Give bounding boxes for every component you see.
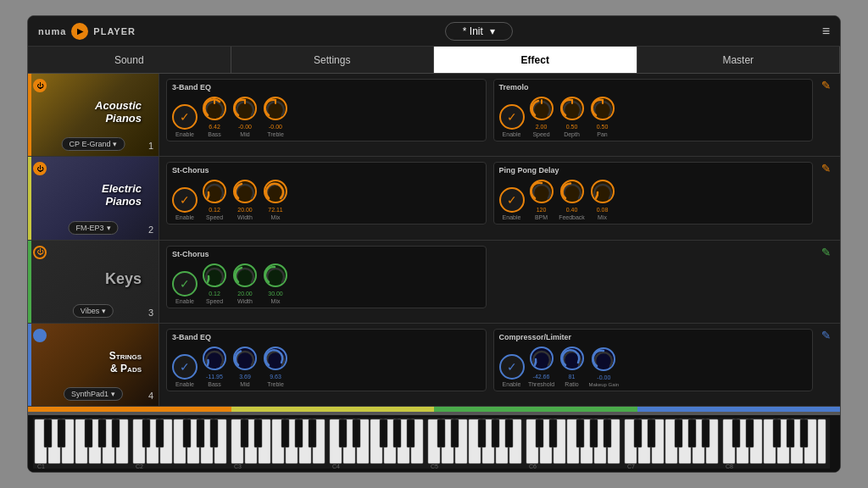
svg-rect-111 xyxy=(536,419,543,447)
knob-group-ratio-4c: 81 Ratio xyxy=(559,345,586,387)
svg-rect-122 xyxy=(746,419,754,447)
nav-tabs: Sound Settings Effect Master xyxy=(28,47,840,74)
knob-bass-4[interactable] xyxy=(201,345,228,372)
knob-treble-4[interactable] xyxy=(262,345,289,372)
slot-indicator-2 xyxy=(28,157,31,239)
svg-rect-86 xyxy=(44,419,52,447)
instrument-preset-1[interactable]: CP E-Grand ▾ xyxy=(62,137,125,151)
instrument-preset-3[interactable]: Vibes ▾ xyxy=(73,304,114,318)
knob-ratio-4c[interactable] xyxy=(559,345,586,372)
power-button-4[interactable]: ⏻ xyxy=(33,329,47,342)
edit-pencil-1[interactable]: ✏ xyxy=(818,77,835,94)
knob-group-treble-1: -0.00 Treble xyxy=(262,95,289,137)
edit-pencil-2[interactable]: ✏ xyxy=(818,160,835,177)
knob-group-enable-2d: ✓ Enable xyxy=(499,187,525,220)
knob-group-enable-2: ✓ Enable xyxy=(172,187,198,220)
knob-bass-1[interactable] xyxy=(201,95,228,122)
knob-mix-2d[interactable] xyxy=(589,178,616,205)
instrument-preset-2[interactable]: FM-EP3 ▾ xyxy=(68,221,118,235)
effect-block-1-eq: 3-Band EQ ✓ Enable xyxy=(166,79,487,141)
svg-rect-116 xyxy=(634,419,642,447)
knob-threshold-4c[interactable] xyxy=(528,345,555,372)
knob-mid-1-label: Mid xyxy=(240,131,249,137)
svg-text:C8: C8 xyxy=(726,463,733,469)
svg-rect-104 xyxy=(393,419,401,447)
knob-makeup-4c[interactable] xyxy=(590,346,617,373)
knob-group-bass-1: 6.42 Bass xyxy=(201,95,228,137)
knob-mix-2[interactable] xyxy=(262,178,289,205)
knob-speed-3[interactable] xyxy=(201,262,228,289)
knob-mix-2d-value: 0.08 xyxy=(597,207,609,213)
preset-selector[interactable]: * Init ▾ xyxy=(445,22,513,41)
enable-button-1[interactable]: ✓ xyxy=(172,104,198,130)
edit-pencil-3[interactable]: ✏ xyxy=(818,244,835,261)
knob-pan-1t[interactable] xyxy=(589,95,616,122)
knob-width-2[interactable] xyxy=(231,178,259,205)
svg-rect-118 xyxy=(675,419,682,447)
effect-row-4: 3-Band EQ ✓ Enable -11.95 xyxy=(159,324,840,406)
svg-rect-112 xyxy=(549,419,557,447)
dropdown-arrow-icon: ▾ xyxy=(490,25,495,37)
enable-button-4c[interactable]: ✓ xyxy=(499,354,525,380)
color-bars-secondary xyxy=(28,412,840,415)
svg-rect-107 xyxy=(451,419,459,447)
instrument-name-2: ElectricPianos xyxy=(102,182,142,208)
enable-button-2d[interactable]: ✓ xyxy=(499,187,525,213)
knob-width-3[interactable] xyxy=(231,262,259,289)
enable-button-4[interactable]: ✓ xyxy=(172,354,198,380)
enable-label-1t: Enable xyxy=(503,131,521,137)
svg-text:C4: C4 xyxy=(332,463,340,469)
tab-master[interactable]: Master xyxy=(637,47,841,73)
effect-title-2-delay: Ping Pong Delay xyxy=(499,166,808,175)
svg-rect-120 xyxy=(702,419,709,447)
svg-rect-91 xyxy=(142,419,150,447)
svg-rect-93 xyxy=(183,419,191,447)
svg-rect-125 xyxy=(800,419,808,447)
enable-button-2[interactable]: ✓ xyxy=(172,187,198,213)
instrument-slot-4[interactable]: ⏻ Strings& Pads SynthPad1 ▾ 4 xyxy=(28,324,159,406)
svg-rect-119 xyxy=(688,419,696,447)
menu-button[interactable]: ≡ xyxy=(822,24,830,39)
knob-bpm-2d[interactable] xyxy=(528,178,555,205)
tab-settings[interactable]: Settings xyxy=(231,47,435,73)
instrument-preset-4[interactable]: SynthPad1 ▾ xyxy=(64,387,123,401)
edit-area-1: ✏ xyxy=(820,79,833,92)
preset-dropdown-icon: ▾ xyxy=(113,140,117,148)
knob-group-feedback-2d: 0.40 Feedback xyxy=(559,178,586,220)
instrument-slot-2[interactable]: ⏻ ElectricPianos FM-EP3 ▾ 2 xyxy=(28,157,159,240)
instrument-slot-1[interactable]: ⏻ AcousticPianos CP E-Grand ▾ 1 xyxy=(28,74,159,157)
power-button-1[interactable]: ⏻ xyxy=(33,79,47,92)
knob-group-enable-4c: ✓ Enable xyxy=(499,354,525,387)
svg-rect-89 xyxy=(98,419,106,447)
enable-button-1t[interactable]: ✓ xyxy=(499,104,525,130)
svg-rect-92 xyxy=(156,419,164,447)
instrument-slot-3[interactable]: ⏻ Keys Vibes ▾ 3 xyxy=(28,241,159,324)
knob-mid-4-value: 3.69 xyxy=(239,374,251,380)
knob-depth-1t[interactable] xyxy=(559,95,586,122)
knob-group-makeup-4c: -0.00 Makeup Gain xyxy=(589,346,620,387)
edit-pencil-4[interactable]: ✏ xyxy=(818,327,835,344)
svg-rect-108 xyxy=(478,419,486,447)
slot-indicator-4 xyxy=(28,324,31,406)
svg-rect-114 xyxy=(590,419,598,447)
enable-button-3[interactable]: ✓ xyxy=(172,271,198,297)
svg-rect-124 xyxy=(787,419,794,447)
tab-sound[interactable]: Sound xyxy=(28,47,231,73)
svg-rect-88 xyxy=(85,419,92,447)
knob-mid-4[interactable] xyxy=(231,345,259,372)
knob-treble-1[interactable] xyxy=(262,95,289,122)
effect-title-3-chorus: St-Chorus xyxy=(172,250,481,258)
color-bar-dark xyxy=(28,412,840,415)
power-button-3[interactable]: ⏻ xyxy=(33,246,47,259)
edit-area-3: ✏ xyxy=(820,246,833,259)
effect-knobs-2-delay: ✓ Enable 120 BPM xyxy=(499,178,808,220)
knob-speed-1t[interactable] xyxy=(528,95,555,122)
svg-text:C2: C2 xyxy=(136,463,143,469)
tab-effect[interactable]: Effect xyxy=(434,47,637,73)
knob-mid-1[interactable] xyxy=(231,95,259,122)
effect-title-4-eq: 3-Band EQ xyxy=(172,333,481,341)
knob-speed-2[interactable] xyxy=(201,178,228,205)
knob-mix-3[interactable] xyxy=(262,262,289,289)
knob-feedback-2d[interactable] xyxy=(559,178,586,205)
svg-rect-94 xyxy=(197,419,204,447)
